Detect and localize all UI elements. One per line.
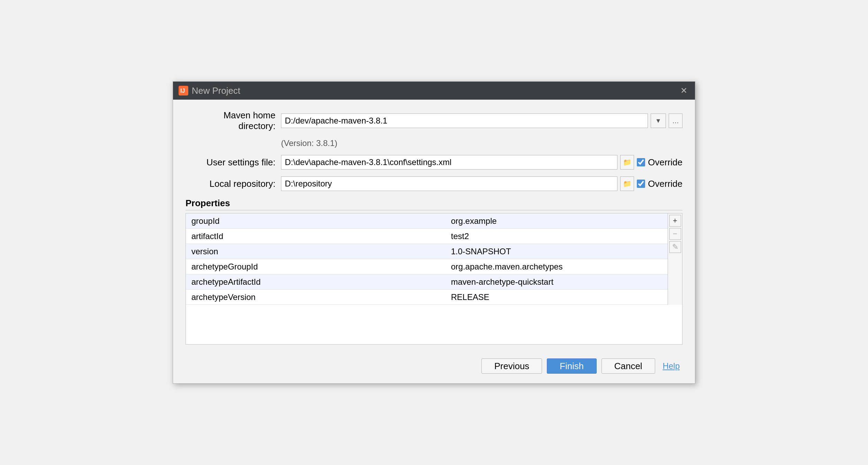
add-property-btn[interactable]: + — [669, 215, 681, 227]
properties-section: Properties groupIdorg.exampleartifactIdt… — [186, 198, 682, 345]
title-bar: IJ New Project ✕ — [173, 82, 695, 100]
properties-sidebar: + − ✎ — [668, 213, 682, 305]
maven-home-dropdown-btn[interactable]: ▼ — [651, 113, 666, 128]
local-repo-override-checkbox[interactable] — [637, 180, 645, 188]
local-repo-input-wrap: 📁 Override — [281, 176, 682, 191]
local-repo-row: Local repository: 📁 Override — [186, 176, 682, 191]
properties-divider — [186, 210, 682, 210]
properties-inner: groupIdorg.exampleartifactIdtest2version… — [186, 213, 682, 305]
user-settings-override-checkbox[interactable] — [637, 158, 645, 166]
table-row: artifactIdtest2 — [186, 229, 668, 244]
prop-value: test2 — [445, 231, 668, 241]
user-settings-override-label: Override — [648, 157, 682, 168]
local-repo-override-label: Override — [648, 179, 682, 189]
prop-key: archetypeVersion — [186, 292, 445, 302]
user-settings-input-wrap: 📁 Override — [281, 155, 682, 170]
remove-property-btn[interactable]: − — [669, 228, 681, 240]
finish-button[interactable]: Finish — [547, 358, 596, 374]
prop-key: version — [186, 247, 445, 256]
maven-home-input-wrap: ▼ … — [281, 113, 682, 128]
maven-home-label: Maven home directory: — [186, 110, 275, 131]
prop-key: archetypeArtifactId — [186, 277, 445, 287]
dialog-title: New Project — [192, 85, 240, 96]
title-bar-left: IJ New Project — [179, 85, 240, 96]
prop-key: artifactId — [186, 231, 445, 241]
version-hint: (Version: 3.8.1) — [281, 138, 682, 148]
previous-button[interactable]: Previous — [481, 358, 542, 374]
local-repo-input[interactable] — [281, 176, 617, 191]
prop-key: archetypeGroupId — [186, 262, 445, 272]
dialog-footer: Previous Finish Cancel Help — [173, 353, 695, 383]
prop-value: 1.0-SNAPSHOT — [445, 247, 668, 256]
user-settings-label: User settings file: — [186, 157, 275, 168]
user-settings-row: User settings file: 📁 Override — [186, 155, 682, 170]
properties-data: groupIdorg.exampleartifactIdtest2version… — [186, 213, 668, 305]
prop-key: groupId — [186, 216, 445, 226]
properties-table: groupIdorg.exampleartifactIdtest2version… — [186, 213, 682, 345]
table-row: archetypeArtifactIdmaven-archetype-quick… — [186, 274, 668, 290]
cancel-button[interactable]: Cancel — [602, 358, 655, 374]
user-settings-override-wrap: Override — [637, 157, 682, 168]
user-settings-input[interactable] — [281, 155, 617, 170]
properties-section-title: Properties — [186, 198, 682, 209]
dialog-body: Maven home directory: ▼ … (Version: 3.8.… — [173, 100, 695, 353]
maven-home-input[interactable] — [281, 113, 648, 128]
prop-value: RELEASE — [445, 292, 668, 302]
user-settings-browse-btn[interactable]: 📁 — [620, 155, 634, 170]
prop-value: org.example — [445, 216, 668, 226]
svg-text:IJ: IJ — [180, 88, 185, 94]
prop-value: org.apache.maven.archetypes — [445, 262, 668, 272]
edit-property-btn[interactable]: ✎ — [669, 241, 681, 253]
local-repo-label: Local repository: — [186, 179, 275, 189]
local-repo-browse-btn[interactable]: 📁 — [620, 176, 634, 191]
help-link[interactable]: Help — [660, 361, 682, 371]
maven-home-row: Maven home directory: ▼ … — [186, 110, 682, 131]
close-button[interactable]: ✕ — [678, 85, 689, 96]
maven-home-browse-btn[interactable]: … — [669, 113, 682, 128]
new-project-dialog: IJ New Project ✕ Maven home directory: ▼… — [173, 81, 695, 384]
app-icon: IJ — [179, 86, 188, 95]
table-row: groupIdorg.example — [186, 213, 668, 229]
table-row: archetypeVersionRELEASE — [186, 290, 668, 305]
table-row: archetypeGroupIdorg.apache.maven.archety… — [186, 259, 668, 274]
prop-value: maven-archetype-quickstart — [445, 277, 668, 287]
local-repo-override-wrap: Override — [637, 179, 682, 189]
table-row: version1.0-SNAPSHOT — [186, 244, 668, 259]
